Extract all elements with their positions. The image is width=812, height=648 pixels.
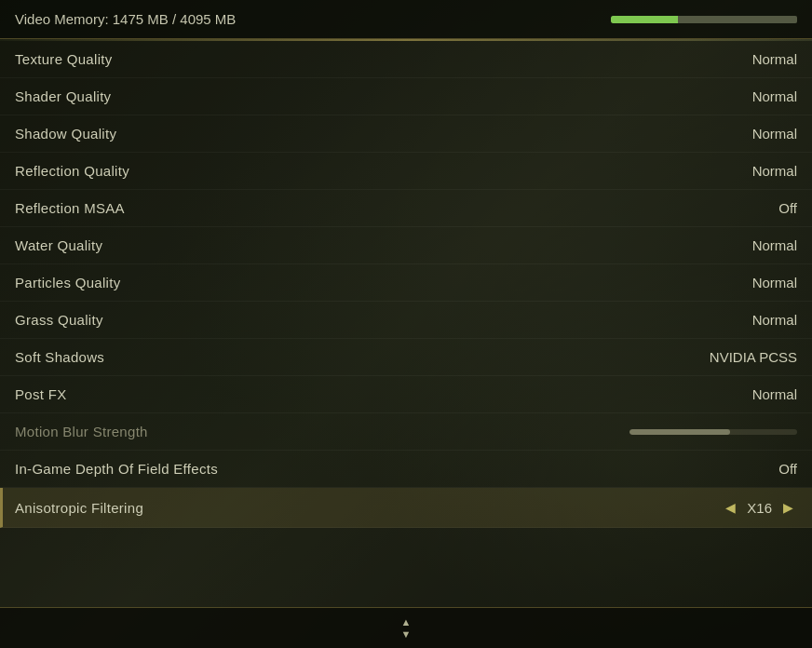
setting-row-reflection-msaa[interactable]: Reflection MSAAOff [0,190,812,227]
setting-label-texture-quality: Texture Quality [15,51,113,67]
memory-bar-used [611,16,678,23]
setting-label-reflection-quality: Reflection Quality [15,163,129,179]
setting-row-reflection-quality[interactable]: Reflection QualityNormal [0,153,812,190]
memory-bar [611,16,797,23]
setting-label-water-quality: Water Quality [15,237,102,253]
setting-value-grass-quality: Normal [752,312,797,328]
setting-label-particles-quality: Particles Quality [15,275,120,290]
slider-fill-motion-blur [629,429,730,435]
top-bar: Video Memory: 1475 MB / 4095 MB [0,0,812,39]
bottom-bar: ▲ ▼ [0,607,812,648]
setting-row-post-fx[interactable]: Post FXNormal [0,376,812,413]
setting-value-depth-of-field: Off [778,461,797,477]
setting-row-shadow-quality[interactable]: Shadow QualityNormal [0,115,812,153]
setting-row-grass-quality[interactable]: Grass QualityNormal [0,302,812,339]
setting-value-texture-quality: Normal [752,51,797,67]
setting-value-shader-quality: Normal [752,88,797,104]
setting-row-soft-shadows[interactable]: Soft ShadowsNVIDIA PCSS [0,339,812,376]
nav-arrows[interactable]: ▲ ▼ [401,617,412,640]
setting-row-anisotropic-filtering[interactable]: Anisotropic Filtering◀X16▶ [0,488,812,528]
setting-value-water-quality: Normal [752,237,797,253]
setting-label-shader-quality: Shader Quality [15,88,111,104]
setting-row-motion-blur[interactable]: Motion Blur Strength [0,413,812,451]
setting-row-particles-quality[interactable]: Particles QualityNormal [0,264,812,302]
main-container: Video Memory: 1475 MB / 4095 MB Texture … [0,0,812,648]
setting-value-shadow-quality: Normal [752,126,797,142]
setting-value-reflection-quality: Normal [752,163,797,179]
setting-row-shader-quality[interactable]: Shader QualityNormal [0,78,812,115]
setting-row-depth-of-field[interactable]: In-Game Depth Of Field EffectsOff [0,451,812,488]
arrow-right-anisotropic-filtering[interactable]: ▶ [779,498,797,517]
setting-value-anisotropic-filtering: X16 [747,500,772,516]
setting-label-grass-quality: Grass Quality [15,312,103,328]
slider-motion-blur[interactable] [629,429,797,435]
setting-value-post-fx: Normal [752,386,797,402]
setting-label-shadow-quality: Shadow Quality [15,126,116,142]
setting-label-soft-shadows: Soft Shadows [15,349,104,365]
setting-row-texture-quality[interactable]: Texture QualityNormal [0,41,812,78]
setting-row-water-quality[interactable]: Water QualityNormal [0,227,812,264]
nav-up-arrow[interactable]: ▲ [401,617,412,628]
arrow-left-anisotropic-filtering[interactable]: ◀ [722,498,739,517]
arrows-wrap-anisotropic-filtering[interactable]: ◀X16▶ [722,498,797,517]
setting-label-reflection-msaa: Reflection MSAA [15,200,125,216]
setting-value-soft-shadows: NVIDIA PCSS [710,349,797,365]
settings-area[interactable]: Texture QualityNormalShader QualityNorma… [0,41,812,607]
setting-value-reflection-msaa: Off [778,200,797,216]
setting-label-post-fx: Post FX [15,386,66,402]
memory-bar-remaining [678,16,797,23]
setting-value-particles-quality: Normal [752,275,797,290]
setting-label-anisotropic-filtering: Anisotropic Filtering [15,500,143,516]
setting-label-depth-of-field: In-Game Depth Of Field Effects [15,461,218,477]
setting-label-motion-blur: Motion Blur Strength [15,424,148,439]
nav-down-arrow[interactable]: ▼ [401,629,412,640]
video-memory-label: Video Memory: 1475 MB / 4095 MB [15,11,236,27]
